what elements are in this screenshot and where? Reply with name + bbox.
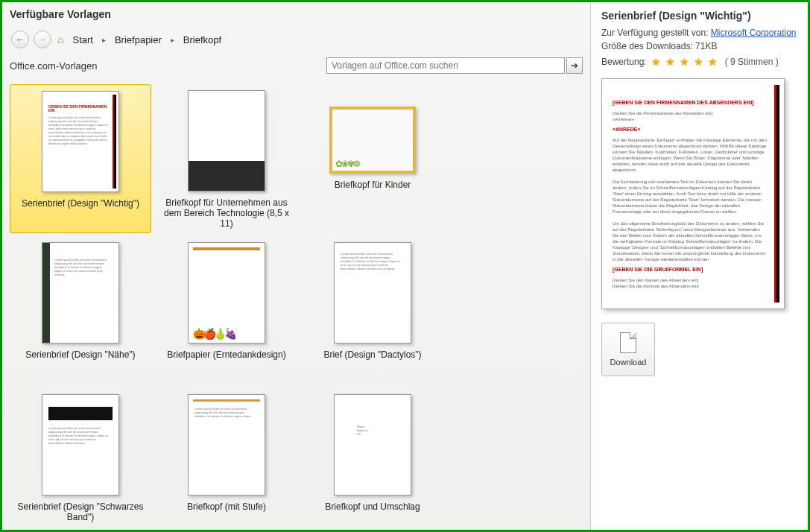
nav-forward-button[interactable]: → (34, 31, 51, 48)
template-card[interactable]: Lorem ipsum dolor sit amet consectetur a… (156, 388, 297, 530)
template-label: Briefpapier (Erntedankdesign) (167, 349, 285, 360)
vote-count: ( 9 Stimmen ) (725, 57, 779, 67)
chevron-right-icon: ▸ (169, 36, 176, 44)
detail-pane: Serienbrief (Design "Wichtig") Zur Verfü… (591, 2, 808, 530)
template-thumbnail: 🎃🍎🍐🍇 (188, 242, 265, 343)
template-card[interactable]: NameAdresseOrt Briefkopf und Umschlag (302, 388, 443, 530)
template-thumbnail: NameAdresseOrt (334, 394, 411, 495)
template-label: Briefkopf für Unternehmen aus dem Bereic… (160, 197, 293, 229)
rating-label: Bewertung: (601, 57, 647, 67)
template-label: Briefkopf und Umschlag (325, 501, 420, 512)
detail-title: Serienbrief (Design "Wichtig") (601, 10, 799, 22)
template-gallery[interactable]: GEBEN SIE DEN FIRMENNAMEN EINLorem ipsum… (2, 78, 590, 530)
pane-title: Verfügbare Vorlagen (2, 2, 590, 29)
star-icon: ★ (708, 56, 718, 68)
preview-heading: [GEBEN SIE DEN FIRMENNAMEN DES ABSENDERS… (613, 100, 768, 106)
templates-pane: Verfügbare Vorlagen ← → ⌂ Start ▸ Briefp… (2, 2, 591, 530)
template-card[interactable]: Lorem ipsum dolor sit amet consectetur a… (10, 236, 151, 385)
search-input[interactable] (326, 57, 565, 74)
template-label: Briefkopf (mit Stufe) (187, 501, 266, 512)
template-label: Brief (Design "Dactylos") (323, 349, 421, 360)
source-strip: Office.com-Vorlagen ➔ (2, 54, 590, 78)
template-preview: [GEBEN SIE DEN FIRMENNAMEN DES ABSENDERS… (601, 78, 785, 309)
document-icon (620, 332, 636, 353)
template-card[interactable]: 🎃🍎🍐🍇 Briefpapier (Erntedankdesign) (156, 236, 297, 385)
source-label: Office.com-Vorlagen (10, 60, 98, 72)
template-label: Serienbrief (Design "Wichtig") (22, 198, 139, 209)
size-value: 71KB (695, 41, 717, 51)
star-icon: ★ (680, 56, 689, 68)
template-card[interactable]: Lorem ipsum dolor sit amet consectetur a… (10, 388, 151, 530)
download-label: Download (610, 358, 647, 367)
template-card[interactable]: Briefkopf für Unternehmen aus dem Bereic… (156, 84, 297, 233)
provided-by-link[interactable]: Microsoft Corporation (711, 28, 797, 38)
chevron-right-icon: ▸ (101, 36, 107, 44)
template-thumbnail: Lorem ipsum dolor sit amet consectetur a… (334, 242, 411, 343)
search-go-button[interactable]: ➔ (566, 57, 583, 74)
template-thumbnail: Lorem ipsum dolor sit amet consectetur a… (42, 394, 119, 495)
template-thumbnail: Lorem ipsum dolor sit amet consectetur a… (42, 242, 119, 343)
template-thumbnail: Lorem ipsum dolor sit amet consectetur a… (188, 394, 265, 495)
nav-back-button[interactable]: ← (11, 31, 29, 48)
star-icon: ★ (651, 56, 661, 68)
template-card[interactable]: ✿❀✾❁ Briefkopf für Kinder (302, 84, 443, 233)
home-icon[interactable]: ⌂ (56, 34, 65, 45)
breadcrumb-item[interactable]: Start (69, 34, 95, 45)
template-label: Serienbrief (Design "Schwarzes Band") (14, 501, 147, 522)
preview-salutation: «ANREDE» (613, 127, 768, 133)
breadcrumb-item[interactable]: Briefpapier (112, 34, 165, 45)
provided-by-row: Zur Verfügung gestellt von: Microsoft Co… (601, 28, 799, 38)
provided-by-label: Zur Verfügung gestellt von: (601, 28, 708, 38)
download-size-row: Größe des Downloads: 71KB (601, 41, 799, 51)
size-label: Größe des Downloads: (601, 41, 693, 51)
template-label: Briefkopf für Kinder (335, 180, 411, 190)
template-card[interactable]: Lorem ipsum dolor sit amet consectetur a… (302, 236, 443, 385)
template-thumbnail: ✿❀✾❁ (329, 107, 416, 174)
breadcrumb-item[interactable]: Briefkopf (180, 34, 224, 45)
template-thumbnail (188, 90, 265, 191)
rating-row: Bewertung: ★ ★ ★ ★ ★ ( 9 Stimmen ) (601, 56, 799, 68)
preview-footer: [GEBEN SIE DIE GRUßFORMEL EIN] (613, 267, 768, 273)
template-card[interactable]: GEBEN SIE DEN FIRMENNAMEN EINLorem ipsum… (10, 84, 151, 233)
breadcrumb-bar: ← → ⌂ Start ▸ Briefpapier ▸ Briefkopf (2, 29, 590, 54)
star-icon: ★ (694, 56, 703, 68)
template-thumbnail: GEBEN SIE DEN FIRMENNAMEN EINLorem ipsum… (42, 91, 119, 192)
template-label: Serienbrief (Design "Nähe") (25, 349, 135, 360)
download-button[interactable]: Download (601, 323, 655, 376)
star-icon: ★ (665, 56, 675, 68)
